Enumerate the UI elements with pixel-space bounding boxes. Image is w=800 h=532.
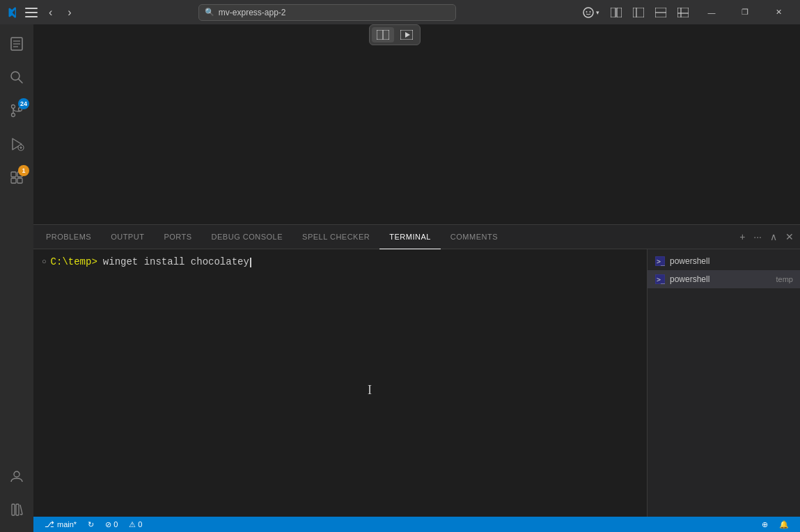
- titlebar-center: 🔍 mv-express-app-2: [198, 4, 456, 21]
- panel-tab-actions: + ··· ∧ ✕: [736, 229, 797, 244]
- terminal-session-label-1: powershell: [670, 256, 793, 266]
- sidebar-item-extensions[interactable]: 1: [0, 161, 33, 194]
- account-icon: [9, 469, 24, 484]
- terminal-session-powershell[interactable]: >_ powershell: [648, 252, 800, 270]
- search-icon: 🔍: [205, 8, 214, 17]
- split-editor-button[interactable]: [372, 27, 394, 42]
- window-controls: — ❐ ✕: [696, 0, 794, 24]
- sidebar-item-explorer[interactable]: [0, 27, 33, 61]
- status-bar: ⎇ main* ↻ ⊘ 0 ⚠ 0 ⊕ 🔔: [33, 517, 800, 532]
- copilot-button[interactable]: ▾: [579, 4, 604, 21]
- search-icon: [9, 70, 24, 85]
- terminal-area[interactable]: ○ C:\temp> winget install chocolatey I: [33, 249, 647, 517]
- editor-layout-icon: [655, 8, 666, 17]
- title-search-text: mv-express-app-2: [219, 8, 286, 17]
- tab-terminal[interactable]: TERMINAL: [379, 225, 441, 249]
- sidebar-item-search[interactable]: [0, 61, 33, 94]
- status-warnings[interactable]: ⚠ 0: [123, 517, 148, 532]
- add-terminal-button[interactable]: +: [736, 229, 748, 244]
- terminal-prompt: C:\temp>: [51, 255, 97, 269]
- svg-point-1: [586, 11, 588, 13]
- nav-back-button[interactable]: ‹: [45, 3, 56, 22]
- panel: PROBLEMS OUTPUT PORTS DEBUG CONSOLE SPEL…: [33, 224, 800, 517]
- bell-icon: 🔔: [779, 520, 789, 529]
- tab-spell-checker[interactable]: SPELL CHECKER: [292, 225, 379, 249]
- shell-icon: >_: [655, 256, 665, 266]
- svg-point-0: [583, 8, 593, 17]
- editor-content[interactable]: [33, 24, 800, 224]
- shell-icon-2: >_: [655, 274, 665, 284]
- warnings-text: ⚠ 0: [129, 520, 142, 529]
- close-panel-button[interactable]: ✕: [782, 229, 797, 244]
- status-errors[interactable]: ⊘ 0: [100, 517, 123, 532]
- status-sync[interactable]: ↻: [82, 517, 100, 532]
- sidebar-toggle-button[interactable]: [629, 5, 648, 20]
- panel-tabs: PROBLEMS OUTPUT PORTS DEBUG CONSOLE SPEL…: [33, 225, 800, 249]
- titlebar-left: ‹ ›: [6, 3, 76, 22]
- status-branch[interactable]: ⎇ main*: [39, 517, 82, 532]
- svg-rect-35: [12, 504, 15, 515]
- status-zoom[interactable]: ⊕: [756, 517, 774, 532]
- panel-layout-button[interactable]: [673, 5, 693, 20]
- branch-icon: ⎇: [45, 519, 54, 529]
- library-icon: [9, 502, 24, 517]
- terminal-session-powershell-temp[interactable]: >_ powershell temp: [648, 270, 800, 288]
- run-in-terminal-button[interactable]: [395, 27, 418, 42]
- panel-body: ○ C:\temp> winget install chocolatey I >…: [33, 249, 800, 517]
- sidebar-item-account[interactable]: [0, 460, 33, 493]
- maximize-panel-button[interactable]: ∧: [767, 229, 781, 244]
- svg-point-34: [14, 471, 19, 477]
- more-actions-button[interactable]: ···: [750, 229, 765, 244]
- svg-rect-5: [633, 8, 644, 17]
- activity-bar-bottom: [0, 460, 33, 526]
- powershell-icon: >_: [654, 256, 666, 267]
- tab-ports[interactable]: PORTS: [154, 225, 201, 249]
- close-button[interactable]: ✕: [762, 0, 794, 24]
- svg-text:>_: >_: [657, 258, 665, 266]
- sidebar-item-run[interactable]: [0, 127, 33, 161]
- tab-output[interactable]: OUTPUT: [101, 225, 154, 249]
- run-icon: [9, 136, 24, 152]
- svg-text:>_: >_: [657, 276, 665, 284]
- title-search-bar[interactable]: 🔍 mv-express-app-2: [198, 4, 456, 21]
- svg-rect-4: [617, 8, 622, 17]
- main-area: 24 1: [0, 24, 800, 532]
- layout-button[interactable]: [606, 5, 626, 20]
- svg-rect-30: [11, 172, 16, 177]
- extensions-badge: 1: [18, 165, 29, 176]
- minimize-button[interactable]: —: [696, 0, 728, 24]
- tab-comments[interactable]: COMMENTS: [441, 225, 508, 249]
- source-control-badge: 24: [18, 98, 29, 109]
- text-cursor-indicator: I: [368, 383, 372, 398]
- copilot-dropdown-icon: ▾: [596, 9, 599, 16]
- sidebar-item-library[interactable]: [0, 493, 33, 526]
- status-bell[interactable]: 🔔: [774, 517, 794, 532]
- tab-problems[interactable]: PROBLEMS: [36, 225, 101, 249]
- nav-forward-button[interactable]: ›: [63, 3, 75, 22]
- tab-debug-console[interactable]: DEBUG CONSOLE: [202, 225, 292, 249]
- run-terminal-icon: [400, 30, 413, 40]
- titlebar: ‹ › 🔍 mv-express-app-2 ▾: [0, 0, 800, 24]
- svg-point-2: [590, 11, 591, 13]
- branch-name: main*: [57, 520, 77, 529]
- editor-area: PROBLEMS OUTPUT PORTS DEBUG CONSOLE SPEL…: [33, 24, 800, 532]
- split-editor-icon: [377, 30, 389, 40]
- hamburger-menu[interactable]: [25, 8, 38, 17]
- terminal-circle-icon: ○: [42, 256, 47, 268]
- terminal-cursor: [250, 258, 251, 267]
- zoom-icon: ⊕: [762, 520, 768, 529]
- errors-text: ⊘ 0: [105, 520, 118, 529]
- sync-icon: ↻: [88, 520, 94, 529]
- svg-point-23: [12, 114, 15, 117]
- terminal-line: ○ C:\temp> winget install chocolatey: [42, 255, 638, 269]
- restore-button[interactable]: ❐: [729, 0, 761, 24]
- titlebar-right: ▾ —: [579, 0, 794, 24]
- copilot-icon: [583, 7, 594, 18]
- svg-rect-36: [16, 504, 19, 515]
- svg-rect-3: [611, 8, 615, 17]
- editor-layout-button[interactable]: [651, 5, 670, 20]
- svg-line-21: [19, 79, 23, 84]
- sidebar-item-source-control[interactable]: 24: [0, 94, 33, 127]
- layout-icon: [611, 8, 622, 17]
- terminal-session-sublabel-2: temp: [776, 275, 793, 283]
